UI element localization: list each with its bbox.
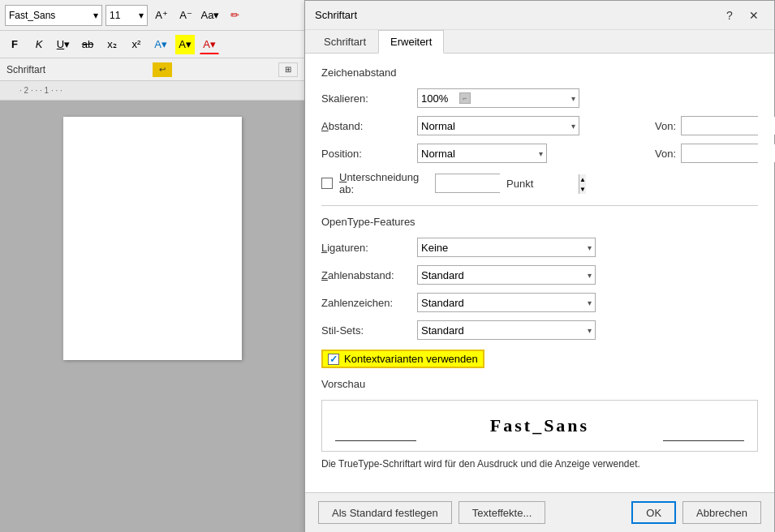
dialog-body: Zeichenabstand Skalieren: 100% ▾ Abstand…	[305, 54, 774, 492]
skalieren-select[interactable]: 100% ▾	[417, 88, 579, 108]
ruler: · 2 · · · 1 · · · ⌐	[0, 81, 304, 101]
font-size-box[interactable]: 11 ▾	[105, 5, 148, 26]
dialog-tabs: Schriftart Erweitert	[305, 30, 774, 54]
preview-box: Fast_Sans	[321, 400, 758, 452]
toolbar-row1: Fast_Sans ▾ 11 ▾ A⁺ A⁻ Aa▾ ✏	[0, 0, 304, 31]
unterschneidung-checkbox[interactable]	[321, 178, 333, 189]
unterschneidung-spin-btns: ▲ ▼	[579, 174, 586, 194]
abbrechen-button[interactable]: Abbrechen	[682, 501, 761, 524]
highlight-button[interactable]: A▾	[175, 35, 195, 54]
font-color-button[interactable]: A▾	[151, 35, 170, 54]
kontext-checkbox[interactable]: ✓	[328, 354, 339, 365]
position-von-field[interactable]	[682, 144, 775, 162]
help-button[interactable]: ?	[719, 6, 740, 24]
als-standard-button[interactable]: Als Standard festlegen	[318, 501, 452, 524]
font-name-box[interactable]: Fast_Sans ▾	[5, 5, 102, 26]
section-divider1	[321, 205, 758, 206]
position-von-group: Von: ▲ ▼	[655, 144, 758, 163]
stilsets-label: Stil-Sets:	[321, 324, 411, 337]
skalieren-value: 100%	[421, 92, 448, 105]
unterschneidung-label: Unterschneidung ab:	[339, 171, 428, 195]
shrink-font-button[interactable]: A⁻	[175, 5, 196, 26]
preview-text: Fast_Sans	[490, 415, 589, 436]
abstand-von-group: Von: ▲ ▼	[655, 116, 758, 135]
ligaturen-value: Keine	[421, 242, 448, 254]
tab-schriftart[interactable]: Schriftart	[312, 30, 378, 54]
zahlenabstand-label: Zahlenabstand:	[321, 269, 411, 281]
subscript-button[interactable]: x₂	[102, 35, 122, 54]
ligaturen-arrow: ▾	[588, 243, 592, 252]
abstand-von-field[interactable]	[682, 117, 775, 135]
strikethrough-button[interactable]: ab	[78, 35, 97, 54]
dialog-overlay: Schriftart ? ✕ Schriftart Erweitert Zeic…	[304, 0, 775, 532]
schriftart-icon: ↩	[153, 62, 172, 77]
unterschneidung-spin-down[interactable]: ▼	[579, 184, 586, 194]
ligaturen-select[interactable]: Keine ▾	[417, 238, 596, 257]
superscript-button[interactable]: x²	[127, 35, 146, 54]
position-von-input[interactable]: ▲ ▼	[681, 144, 758, 163]
opentype-title: OpenType-Features	[321, 216, 758, 228]
change-case-button[interactable]: Aa▾	[200, 5, 221, 26]
dialog-controls: ? ✕	[719, 6, 764, 24]
vorschau-title: Vorschau	[321, 378, 758, 390]
underline-button[interactable]: U▾	[54, 35, 73, 54]
stilsets-value: Standard	[421, 324, 464, 337]
abstand-von-input[interactable]: ▲ ▼	[681, 116, 758, 135]
unterschneidung-row: Unterschneidung ab: ▲ ▼ Punkt	[321, 171, 758, 195]
bold-button[interactable]: F	[5, 35, 24, 54]
position-select[interactable]: Normal ▾	[417, 144, 547, 163]
stilsets-select[interactable]: Standard ▾	[417, 320, 596, 340]
preview-description: Die TrueType-Schriftart wird für den Aus…	[321, 458, 758, 470]
font-size-arrow: ▾	[139, 10, 144, 21]
skalieren-row: Skalieren: 100% ▾	[321, 88, 758, 108]
expand-button[interactable]: ⊞	[278, 62, 298, 77]
skalieren-arrow: ▾	[571, 94, 575, 103]
punkt-label: Punkt	[506, 178, 533, 190]
font-size-value: 11	[110, 10, 120, 21]
ruler-corner[interactable]: ⌐	[459, 92, 471, 104]
footer-right: OK Abbrechen	[631, 501, 761, 524]
grow-font-button[interactable]: A⁺	[151, 5, 172, 26]
position-von-label: Von:	[655, 148, 676, 160]
zahlenabstand-arrow: ▾	[588, 271, 592, 280]
abstand-select[interactable]: Normal ▾	[417, 116, 579, 135]
position-row: Position: Normal ▾ Von: ▲ ▼	[321, 144, 758, 163]
toolbar-row2: F K U▾ ab x₂ x² A▾ A▾ A▾	[0, 31, 304, 58]
kontext-checkbox-container: ✓ Kontextvarianten verwenden	[321, 350, 484, 368]
position-value: Normal	[421, 148, 455, 160]
zahlenabstand-value: Standard	[421, 269, 464, 281]
preview-line-right	[663, 440, 744, 441]
footer-left: Als Standard festlegen Texteffekte...	[318, 501, 545, 524]
dialog-footer: Als Standard festlegen Texteffekte... OK…	[305, 492, 774, 532]
abstand-label: Abstand:	[321, 120, 411, 132]
abstand-arrow: ▾	[571, 122, 575, 131]
editor-panel: Fast_Sans ▾ 11 ▾ A⁺ A⁻ Aa▾ ✏ F K U▾ ab x…	[0, 0, 304, 532]
clear-format-button[interactable]: ✏	[224, 5, 245, 26]
ok-button[interactable]: OK	[631, 501, 676, 524]
page-area	[0, 101, 304, 532]
italic-button[interactable]: K	[29, 35, 49, 54]
kontext-row: ✓ Kontextvarianten verwenden	[321, 350, 758, 368]
ligaturen-label: Ligaturen:	[321, 242, 411, 254]
zahlenzeichen-row: Zahlenzeichen: Standard ▾	[321, 293, 758, 312]
zahlenzeichen-value: Standard	[421, 297, 464, 309]
opentype-section: OpenType-Features Ligaturen: Keine ▾ Zah…	[321, 216, 758, 368]
abstand-value: Normal	[421, 120, 455, 132]
close-button[interactable]: ✕	[743, 6, 764, 24]
ligaturen-row: Ligaturen: Keine ▾	[321, 238, 758, 257]
abstand-von-label: Von:	[655, 120, 676, 132]
zahlenzeichen-select[interactable]: Standard ▾	[417, 293, 596, 312]
skalieren-label: Skalieren:	[321, 92, 411, 105]
texteffekte-button[interactable]: Texteffekte...	[459, 501, 545, 524]
schriftart-label-row: Schriftart ↩ ⊞	[0, 58, 304, 81]
stilsets-arrow: ▾	[588, 326, 592, 335]
font-color2-button[interactable]: A▾	[200, 35, 219, 54]
zahlenabstand-select[interactable]: Standard ▾	[417, 265, 596, 285]
page-white	[63, 117, 242, 360]
tab-erweitert[interactable]: Erweitert	[378, 30, 444, 54]
font-name-value: Fast_Sans	[9, 10, 55, 21]
dialog-titlebar: Schriftart ? ✕	[305, 1, 774, 30]
unterschneidung-spin-up[interactable]: ▲	[579, 174, 586, 184]
abstand-row: Abstand: Normal ▾ Von: ▲ ▼	[321, 116, 758, 135]
unterschneidung-input[interactable]: ▲ ▼	[435, 174, 500, 193]
